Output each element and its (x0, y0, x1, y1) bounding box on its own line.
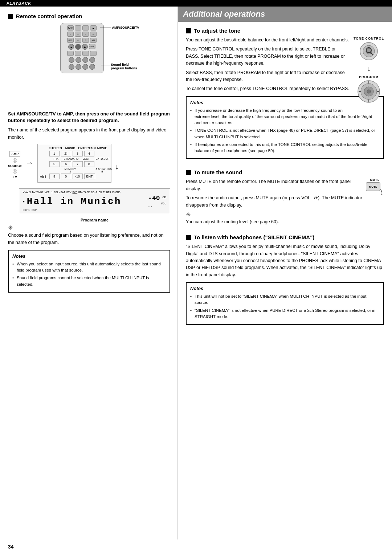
notes-box-left: Notes When you select an input source, t… (8, 250, 170, 293)
sfp-cell-8: 8 (84, 161, 94, 167)
amp-source-tv-annotation: AMP/SOURCE/TV (100, 26, 139, 29)
note-headphones-2: "SILENT CINEMA" is not effective when PU… (190, 307, 380, 320)
tone-title-text: To adjust the tone (194, 28, 240, 34)
remote-control-section-title: Remote control operation (8, 13, 170, 19)
program-name-caption: Program name (19, 218, 170, 222)
remote-btn-r5 (69, 64, 74, 70)
sfp-cell-3: 3 (73, 151, 83, 156)
note-headphones-1: This unit will not be set to "SILENT CIN… (190, 293, 380, 306)
sfp-row-3-labels: MEMORY 2 A·SPEAKERS B (40, 168, 109, 173)
display-volume-area: -40 dB VOL ▪ ▪ (148, 195, 166, 208)
sfp-header-entertain: ENTERTAIN (78, 146, 94, 150)
sfp-cell-1: 1 (49, 151, 60, 156)
tip-text-left: Choose a sound field program based on yo… (8, 232, 170, 246)
sfp-cell-0: 0 (61, 174, 71, 179)
note-tone-3: If headphones are connected to this unit… (190, 142, 380, 154)
remote-btn-8: ↩ (90, 32, 97, 37)
mute-title-square (186, 170, 191, 175)
sfp-cell-minus10: -10 (73, 174, 83, 179)
sfp-cell-5: 5 (49, 161, 60, 167)
sfp-label-speakers: A·SPEAKERS B (96, 168, 109, 173)
right-column: Additional operations To adjust the tone… (178, 7, 392, 539)
remote-btn-r4 (89, 57, 95, 63)
src-dvd: DVD (73, 191, 78, 194)
additional-ops-header: Additional operations (178, 7, 392, 22)
sfp-hifi-label: HiFi (40, 175, 48, 179)
sfp-label-thx: THX (49, 157, 62, 160)
mute-title-text: To mute the sound (194, 169, 242, 175)
remote-btn-6: – (75, 32, 81, 37)
source-btn: ◎ (13, 158, 17, 163)
sfp-cell-7: 7 (73, 161, 83, 167)
remote-btn-strait: STRAIT (89, 44, 95, 49)
sfp-cell-ent: ENT (84, 174, 95, 179)
remote-btn-16 (90, 51, 97, 56)
remote-btn-r1 (69, 57, 74, 63)
src-dvsvid2: DV/SVD2 (32, 191, 44, 194)
sfp-diagram: AMP ◎ SOURCE ◎ TV → (8, 144, 170, 185)
display-vol-label: VOL (148, 202, 166, 205)
sound-field-annotation: Sound field program buttons (101, 63, 137, 70)
headphones-title-square (186, 235, 191, 240)
remote-image-area: TV/DX ▶ – – – ↩ (8, 23, 170, 106)
tone-down-arrow: ↓ (367, 65, 371, 73)
sfp-header-movie: MOVIE (96, 146, 109, 150)
remote-btn-11: B (82, 38, 89, 43)
note-tone-2: TONE CONTROL is not effective when THX (… (190, 127, 380, 140)
display-left: ▼ Hall in Munich (23, 196, 121, 207)
top-bar-label: PLAYBACK (7, 1, 31, 5)
tone-section-title: To adjust the tone (186, 28, 384, 34)
display-indicators: ▪ ▪ (148, 205, 166, 208)
remote-btn-r6 (75, 64, 81, 70)
tv-label: TV (13, 175, 17, 179)
remote-btn-r8 (89, 64, 95, 70)
section-tone: To adjust the tone TONE CONTROL (186, 28, 384, 163)
notes-title-left: Notes (12, 253, 166, 259)
left-column: Remote control operation TV/DX ▶ (0, 7, 178, 539)
display-icon: ▼ (23, 200, 25, 203)
right-arrow: → (26, 144, 34, 168)
notes-list-tone: If you increase or decrease the high-fre… (190, 107, 380, 154)
input-source-row: V-AUX DV/SVD2 VCR 1 CBL/SAT DTV DVD MD/T… (23, 191, 166, 194)
display-ind-1: ▪ (148, 205, 150, 208)
tip-icon-left: ✳ (8, 224, 170, 231)
sfp-label-extdsur: EXTD.SUR (96, 157, 109, 160)
remote-btn-r7 (82, 64, 88, 70)
display-vol-db: dB (162, 196, 166, 199)
display-ind-2: ▪ (151, 205, 152, 208)
tone-control-label: TONE CONTROL (354, 37, 384, 40)
sfp-header-stereo: STEREO (49, 146, 62, 150)
page-number: 34 (0, 539, 392, 554)
program-label-area: PROGRAM (357, 75, 381, 105)
svg-marker-13 (381, 194, 383, 195)
sfp-row-3: HiFi 9 0 -10 ENT (40, 174, 109, 179)
sfp-cell-9: 9 (49, 174, 60, 179)
mute-section-title: To mute the sound (186, 169, 384, 175)
remote-btn-left: ◀ (68, 44, 74, 50)
remote-btn-15 (82, 51, 89, 56)
remote-btn-center (75, 44, 81, 50)
sfp-cell-4: 4 (84, 151, 94, 156)
mute-img-area: MUTE MUTE (366, 178, 384, 196)
remote-btn-r3 (82, 57, 88, 63)
display-main-row: ▼ Hall in Munich -40 dB VOL ▪ ▪ (23, 195, 166, 208)
notes-box-headphones: Notes This unit will not be set to "SILE… (186, 282, 384, 325)
section-mute: To mute the sound MUTE MUTE (186, 169, 384, 228)
tone-control-label-area: TONE CONTROL (354, 37, 384, 62)
sfp-grid: STEREO MUSIC ENTERTAIN MOVIE 1 2⃝ 3 4 (37, 144, 111, 183)
sfp-cell-6: 6 (61, 161, 71, 167)
main-content: Remote control operation TV/DX ▶ (0, 7, 392, 539)
sfp-row-2: 5 6 7 8 (40, 161, 109, 167)
sfp-row-1: 1 2⃝ 3 4 (40, 151, 109, 156)
remote-btn-right: ▶ (82, 44, 88, 50)
remote-body: TV/DX ▶ – – – ↩ (60, 23, 100, 73)
remote-btn-1: TV/DX (67, 25, 74, 30)
src-phono: PHONO (112, 191, 121, 194)
remote-diagram: TV/DX ▶ – – – ↩ (38, 23, 140, 106)
sfp-label-standard: STANDARD (64, 157, 77, 160)
sound-field-label-text: Sound field program buttons (111, 63, 137, 70)
sfp-label-2ect: 2ECT (78, 157, 94, 160)
sfp-header-row: STEREO MUSIC ENTERTAIN MOVIE (40, 146, 109, 150)
remote-btn-10: A (75, 38, 81, 43)
notes-title-tone: Notes (190, 100, 380, 105)
